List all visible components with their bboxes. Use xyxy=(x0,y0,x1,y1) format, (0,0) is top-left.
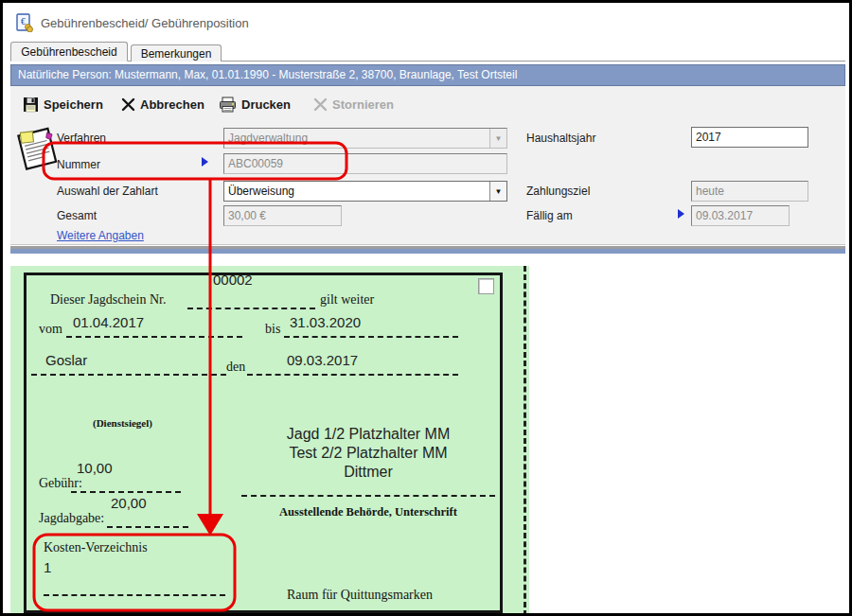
notepad-icon xyxy=(12,122,63,173)
nummer-field xyxy=(223,153,507,174)
cancel-x-icon xyxy=(121,97,135,112)
gilt-weiter-label: gilt weiter xyxy=(320,292,374,308)
print-button[interactable]: Drucken xyxy=(219,93,291,115)
dotted-line xyxy=(284,336,458,338)
jagdschein-print-preview: 00002 Dieser Jagdschein Nr. gilt weiter … xyxy=(10,266,529,616)
print-label: Drucken xyxy=(241,97,291,112)
behoerde-line: Test 2/2 Platzhalter MM xyxy=(240,444,497,463)
behoerde-line: Jagd 1/2 Platzhalter MM xyxy=(240,425,497,444)
tab-gebuehrenbescheid[interactable]: Gebührenbescheid xyxy=(10,42,128,62)
zahlungsziel-field xyxy=(691,181,808,202)
cancel-label: Abbrechen xyxy=(140,97,204,112)
faellig-am-label: Fällig am xyxy=(526,209,573,222)
vom-value: 01.04.2017 xyxy=(73,314,144,330)
dotted-line xyxy=(107,526,188,528)
faellig-am-field xyxy=(691,205,790,226)
kosten-verzeichnis-label: Kosten-Verzeichnis xyxy=(44,540,148,555)
gilt-weiter-checkbox xyxy=(478,278,494,294)
dotted-line xyxy=(66,336,242,338)
floppy-disk-icon xyxy=(23,97,39,113)
jagdabgabe-label: Jagdabgabe: xyxy=(39,511,104,526)
chevron-down-icon: ▼ xyxy=(489,182,506,201)
gesamt-label: Gesamt xyxy=(57,209,97,222)
chevron-down-icon: ▼ xyxy=(489,129,506,148)
dotted-line xyxy=(241,495,495,497)
tab-bemerkungen[interactable]: Bemerkungen xyxy=(131,44,222,62)
dienstsiegel-label: (Dienstsiegel) xyxy=(93,417,152,429)
euro-document-icon: € xyxy=(16,13,33,32)
tab-label: Gebührenbescheid xyxy=(21,45,116,59)
storno-x-icon xyxy=(313,97,328,112)
kosten-verzeichnis-value: 1 xyxy=(44,559,51,575)
verfahren-value: Jagdverwaltung xyxy=(224,129,489,148)
storno-label: Stornieren xyxy=(332,97,394,112)
field-marker-arrow-icon xyxy=(202,157,208,167)
quittungsmarken-label: Raum für Quittungsmarken xyxy=(287,588,433,603)
ort-value: Goslar xyxy=(45,352,87,368)
save-button[interactable]: Speichern xyxy=(23,93,103,115)
perforation-dashed-line xyxy=(524,266,526,616)
nummer-label: Nummer xyxy=(57,158,100,171)
save-label: Speichern xyxy=(44,97,103,112)
verfahren-label: Verfahren xyxy=(57,132,106,145)
behoerde-line: Dittmer xyxy=(240,463,497,482)
dotted-line xyxy=(247,374,458,376)
haushaltsjahr-label: Haushaltsjahr xyxy=(526,132,595,145)
form-panel: Speichern Abbrechen Drucken Stornie xyxy=(10,86,845,245)
den-label: den xyxy=(226,360,245,375)
cancel-button[interactable]: Abbrechen xyxy=(121,93,204,115)
weitere-angaben-link[interactable]: Weitere Angaben xyxy=(57,229,144,242)
dotted-line xyxy=(187,308,315,309)
vom-label: vom xyxy=(39,322,62,337)
jagdschein-line-label: Dieser Jagdschein Nr. xyxy=(50,292,166,308)
den-value: 09.03.2017 xyxy=(287,352,358,368)
behoerde-placeholder-text: Jagd 1/2 Platzhalter MM Test 2/2 Platzha… xyxy=(240,425,497,482)
tab-label: Bemerkungen xyxy=(141,47,212,61)
field-marker-arrow-icon xyxy=(678,209,684,219)
blue-divider-strip xyxy=(10,249,845,254)
dotted-line xyxy=(71,491,181,493)
verfahren-combobox: Jagdverwaltung ▼ xyxy=(223,128,507,149)
zahlart-value: Überweisung xyxy=(224,182,489,201)
jagdschein-nr-value: 00002 xyxy=(213,272,253,288)
zahlungsziel-label: Zahlungsziel xyxy=(526,185,590,198)
jagdabgabe-value: 20,00 xyxy=(111,495,147,511)
gesamt-field xyxy=(223,205,342,226)
title-bar: € Gebührenbescheid/ Gebührenposition xyxy=(3,3,849,41)
bis-label: bis xyxy=(265,322,280,337)
gebuehr-value: 10,00 xyxy=(77,460,113,476)
window-title: Gebührenbescheid/ Gebührenposition xyxy=(41,16,249,30)
dotted-line xyxy=(31,374,226,376)
tab-strip: Gebührenbescheid Bemerkungen xyxy=(10,42,845,62)
bis-value: 31.03.2020 xyxy=(290,314,361,330)
gebuehr-label: Gebühr: xyxy=(39,476,82,491)
person-info-bar: Natürliche Person: Mustermann, Max, 01.0… xyxy=(10,64,845,86)
haushaltsjahr-field[interactable] xyxy=(691,127,808,148)
zahlart-label: Auswahl der Zahlart xyxy=(57,185,158,198)
dotted-line xyxy=(44,594,225,596)
printer-icon xyxy=(219,97,237,113)
svg-text:€: € xyxy=(21,16,26,26)
application-window: € Gebührenbescheid/ Gebührenposition Geb… xyxy=(0,0,852,616)
unterschrift-label: Ausstellende Behörde, Unterschrift xyxy=(279,505,457,519)
storno-button: Stornieren xyxy=(313,93,394,115)
zahlart-combobox[interactable]: Überweisung ▼ xyxy=(223,181,507,202)
